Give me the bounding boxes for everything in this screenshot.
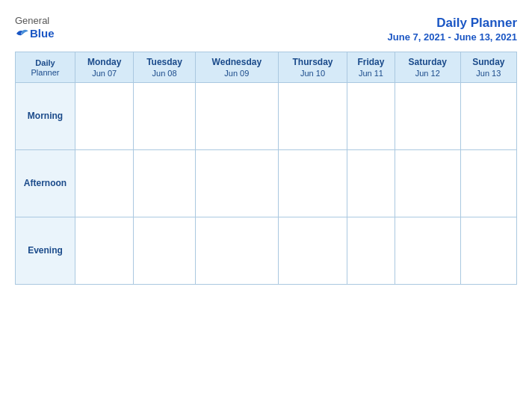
evening-label: Evening (16, 217, 75, 284)
thursday-date: Jun 10 (280, 69, 345, 78)
morning-friday[interactable] (347, 82, 395, 149)
afternoon-monday[interactable] (75, 149, 134, 217)
evening-saturday[interactable] (395, 217, 460, 284)
friday-name: Friday (349, 57, 393, 69)
evening-monday[interactable] (75, 217, 134, 284)
morning-tuesday[interactable] (134, 82, 195, 149)
monday-name: Monday (77, 57, 132, 69)
title-area: Daily Planner June 7, 2021 - June 13, 20… (388, 15, 517, 43)
header-row: Daily Planner Monday Jun 07 Tuesday Jun … (16, 52, 517, 83)
afternoon-sunday[interactable] (460, 149, 516, 217)
afternoon-saturday[interactable] (395, 149, 460, 217)
header-planner: Planner (17, 68, 73, 77)
saturday-name: Saturday (397, 57, 459, 69)
logo-general-text: General (15, 15, 49, 26)
page: General Blue Daily Planner June 7, 2021 … (0, 0, 532, 411)
morning-monday[interactable] (75, 82, 134, 149)
header-friday: Friday Jun 11 (347, 52, 395, 83)
logo-blue-text: Blue (30, 27, 55, 40)
evening-friday[interactable] (347, 217, 395, 284)
planner-title: Daily Planner (388, 15, 517, 31)
afternoon-label: Afternoon (16, 149, 75, 217)
header-label-col: Daily Planner (16, 52, 75, 83)
morning-row: Morning (16, 82, 517, 149)
morning-sunday[interactable] (460, 82, 516, 149)
wednesday-name: Wednesday (197, 57, 276, 69)
morning-saturday[interactable] (395, 82, 460, 149)
evening-row: Evening (16, 217, 517, 284)
header-daily: Daily (17, 58, 73, 68)
morning-text: Morning (28, 111, 63, 121)
thursday-name: Thursday (280, 57, 345, 69)
evening-wednesday[interactable] (195, 217, 278, 284)
sunday-name: Sunday (463, 57, 515, 69)
saturday-date: Jun 12 (397, 69, 459, 78)
evening-tuesday[interactable] (134, 217, 195, 284)
morning-thursday[interactable] (279, 82, 347, 149)
header-saturday: Saturday Jun 12 (395, 52, 460, 83)
header: General Blue Daily Planner June 7, 2021 … (15, 15, 517, 43)
evening-text: Evening (28, 245, 63, 256)
afternoon-wednesday[interactable] (195, 149, 278, 217)
header-monday: Monday Jun 07 (75, 52, 134, 83)
header-thursday: Thursday Jun 10 (279, 52, 347, 83)
morning-wednesday[interactable] (195, 82, 278, 149)
logo-area: General Blue (15, 15, 55, 40)
afternoon-friday[interactable] (347, 149, 395, 217)
afternoon-tuesday[interactable] (134, 149, 195, 217)
wednesday-date: Jun 09 (197, 69, 276, 78)
header-wednesday: Wednesday Jun 09 (195, 52, 278, 83)
afternoon-row: Afternoon (16, 149, 517, 217)
tuesday-name: Tuesday (135, 57, 193, 69)
planner-table: Daily Planner Monday Jun 07 Tuesday Jun … (15, 52, 517, 285)
morning-label: Morning (16, 82, 75, 149)
afternoon-text: Afternoon (24, 178, 66, 188)
afternoon-thursday[interactable] (279, 149, 347, 217)
logo-bird-icon (15, 28, 28, 39)
logo-blue: Blue (15, 27, 55, 40)
tuesday-date: Jun 08 (135, 69, 193, 78)
sunday-date: Jun 13 (463, 69, 515, 78)
monday-date: Jun 07 (77, 69, 132, 78)
logo-general: General (15, 15, 49, 27)
friday-date: Jun 11 (349, 69, 393, 78)
header-tuesday: Tuesday Jun 08 (134, 52, 195, 83)
evening-sunday[interactable] (460, 217, 516, 284)
evening-thursday[interactable] (279, 217, 347, 284)
header-sunday: Sunday Jun 13 (460, 52, 516, 83)
date-range: June 7, 2021 - June 13, 2021 (388, 31, 517, 43)
